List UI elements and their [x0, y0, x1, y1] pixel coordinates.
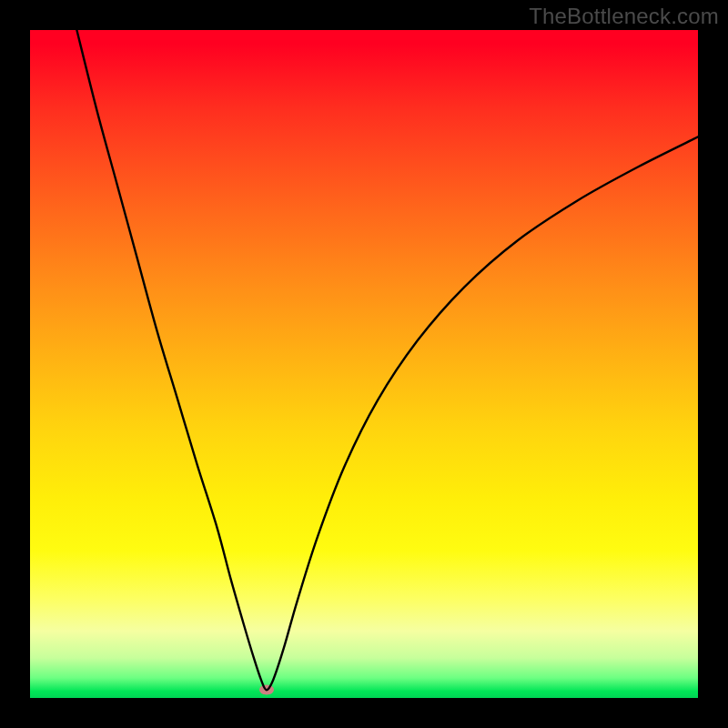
- bottleneck-curve: [76, 30, 698, 690]
- chart-svg: [30, 30, 698, 698]
- chart-frame: TheBottleneck.com: [0, 0, 728, 728]
- watermark-text: TheBottleneck.com: [529, 4, 719, 29]
